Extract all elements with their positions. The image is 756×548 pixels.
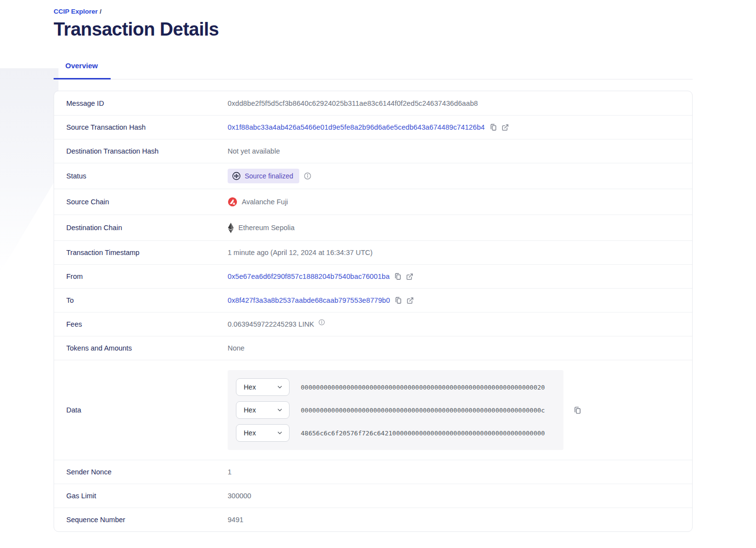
gas-limit-value: 300000 [228, 492, 251, 500]
field-label: Tokens and Amounts [54, 344, 228, 352]
table-row-to: To 0x8f427f3a3a8b2537aabde68caab797553e8… [54, 288, 692, 312]
field-label: From [54, 273, 228, 280]
field-label: Source Transaction Hash [54, 123, 228, 131]
external-link-icon[interactable] [406, 273, 413, 280]
status-badge-label: Source finalized [245, 172, 293, 180]
table-row-dest-tx-hash: Destination Transaction Hash Not yet ava… [54, 139, 692, 163]
data-hex-line: Hex 000000000000000000000000000000000000… [236, 378, 555, 396]
tokens-and-amounts-value: None [228, 344, 245, 352]
table-row-dest-chain: Destination Chain Ethereum Sepolia [54, 215, 692, 240]
dest-tx-hash-value: Not yet available [228, 147, 280, 155]
sequence-number-value: 9491 [228, 516, 243, 524]
copy-icon[interactable] [394, 273, 402, 280]
avalanche-logo-icon [228, 197, 237, 207]
timestamp-value: 1 minute ago (April 12, 2024 at 16:34:37… [228, 249, 372, 256]
ethereum-logo-icon [228, 223, 234, 233]
copy-icon[interactable] [489, 123, 497, 131]
source-chain-value: Avalanche Fuji [228, 197, 288, 207]
external-link-icon[interactable] [407, 297, 414, 304]
field-label: Sender Nonce [54, 468, 228, 476]
main-content: CCIP Explorer/ Transaction Details Overv… [54, 0, 693, 532]
data-hex-line: Hex 000000000000000000000000000000000000… [236, 401, 555, 419]
field-label: Data [54, 406, 228, 414]
field-label: Gas Limit [54, 492, 228, 500]
hex-encoding-select[interactable]: Hex [236, 401, 290, 419]
field-label: Message ID [54, 99, 228, 107]
field-label: Sequence Number [54, 516, 228, 524]
table-row-sender-nonce: Sender Nonce 1 [54, 460, 692, 484]
breadcrumb-separator: / [100, 8, 102, 15]
field-label: Status [54, 172, 228, 180]
dest-chain-label: Ethereum Sepolia [238, 224, 294, 232]
source-tx-hash-link[interactable]: 0x1f88abc33a4ab426a5466e01d9e5fe8a2b96d6… [228, 123, 485, 131]
chevron-down-icon [276, 407, 283, 413]
status-badge: Source finalized [228, 169, 299, 183]
data-hex-value: 0000000000000000000000000000000000000000… [301, 407, 545, 414]
fees-value: 0.0639459722245293 LINK [228, 320, 314, 328]
from-address-link[interactable]: 0x5e67ea6d6f290f857c1888204b7540bac76001… [228, 273, 389, 280]
table-row-gas-limit: Gas Limit 300000 [54, 484, 692, 508]
copy-icon[interactable] [394, 296, 402, 304]
page-title: Transaction Details [54, 19, 693, 40]
field-label: Transaction Timestamp [54, 249, 228, 256]
hex-encoding-value: Hex [244, 406, 256, 414]
field-label: Fees [54, 320, 228, 328]
tab-bar: Overview [54, 61, 693, 79]
message-id-value: 0xdd8be2f5f5d5cf3b8640c62924025b311ae83c… [228, 99, 478, 107]
table-row-status: Status Source finalized [54, 163, 692, 189]
tab-overview[interactable]: Overview [54, 61, 111, 79]
table-row-source-tx-hash: Source Transaction Hash 0x1f88abc33a4ab4… [54, 115, 692, 139]
table-row-sequence-number: Sequence Number 9491 [54, 508, 692, 531]
table-row-fees: Fees 0.0639459722245293 LINK [54, 312, 692, 336]
info-icon[interactable] [318, 319, 325, 326]
breadcrumb-link-ccip-explorer[interactable]: CCIP Explorer [54, 8, 98, 15]
field-label: Source Chain [54, 198, 228, 206]
table-row-source-chain: Source Chain Avalanche Fuji [54, 189, 692, 215]
background-decoration [0, 68, 58, 273]
copy-icon[interactable] [573, 406, 582, 414]
to-address-link[interactable]: 0x8f427f3a3a8b2537aabde68caab797553e8779… [228, 296, 390, 304]
data-hex-line: Hex 48656c6c6f20576f726c6421000000000000… [236, 424, 555, 442]
sender-nonce-value: 1 [228, 468, 232, 476]
hex-encoding-select[interactable]: Hex [236, 424, 290, 442]
field-label: To [54, 296, 228, 304]
progress-circle-icon [232, 172, 241, 180]
table-row-from: From 0x5e67ea6d6f290f857c1888204b7540bac… [54, 264, 692, 288]
field-label: Destination Transaction Hash [54, 147, 228, 155]
external-link-icon[interactable] [502, 124, 509, 131]
chevron-down-icon [276, 384, 283, 391]
table-row-tokens-and-amounts: Tokens and Amounts None [54, 336, 692, 360]
field-label: Destination Chain [54, 224, 228, 232]
data-hex-value: 48656c6c6f20576f726c64210000000000000000… [301, 430, 545, 437]
hex-encoding-value: Hex [244, 383, 256, 391]
table-row-data: Data Hex 0000000000000000000000000000000… [54, 360, 692, 460]
hex-encoding-value: Hex [244, 429, 256, 437]
info-icon[interactable] [304, 172, 311, 180]
data-hex-box: Hex 000000000000000000000000000000000000… [228, 370, 563, 450]
transaction-details-table: Message ID 0xdd8be2f5f5d5cf3b8640c629240… [54, 91, 693, 532]
source-chain-label: Avalanche Fuji [242, 198, 288, 206]
table-row-message-id: Message ID 0xdd8be2f5f5d5cf3b8640c629240… [54, 91, 692, 115]
data-hex-value: 0000000000000000000000000000000000000000… [301, 384, 545, 391]
hex-encoding-select[interactable]: Hex [236, 378, 290, 396]
table-row-timestamp: Transaction Timestamp 1 minute ago (Apri… [54, 240, 692, 264]
breadcrumb: CCIP Explorer/ [54, 8, 693, 15]
dest-chain-value: Ethereum Sepolia [228, 223, 294, 233]
chevron-down-icon [276, 430, 283, 436]
